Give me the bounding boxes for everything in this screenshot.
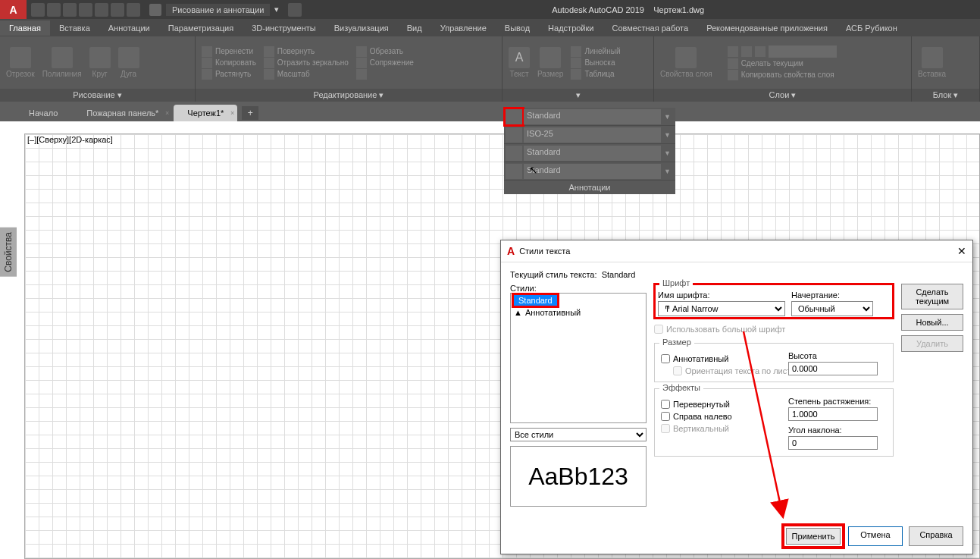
set-current-button[interactable]: Сделать текущим (901, 284, 963, 309)
tab-visualize[interactable]: Визуализация (325, 20, 398, 36)
backwards-checkbox[interactable] (661, 412, 670, 421)
text-tool[interactable]: AТекст (509, 47, 530, 78)
app-logo[interactable]: A (0, 0, 27, 19)
layer-properties-tool[interactable]: Свойства слоя (660, 47, 712, 78)
table-tool[interactable]: Таблица (571, 69, 620, 80)
new-icon[interactable] (31, 3, 45, 17)
bigfont-label: Использовать большой шрифт (666, 325, 785, 334)
tab-featured[interactable]: Рекомендованные приложения (697, 20, 837, 36)
help-button[interactable]: Справка (909, 526, 963, 546)
panel-annotation[interactable]: ▾ (503, 89, 653, 102)
copy-tool[interactable]: Копировать (202, 58, 256, 68)
style-item-standard[interactable]: Standard (514, 295, 557, 306)
panel-draw[interactable]: Рисование ▾ (0, 89, 195, 102)
doctab-start[interactable]: Начало (15, 105, 71, 121)
tab-view[interactable]: Вид (398, 20, 431, 36)
linear-dim-tool[interactable]: Линейный (571, 46, 620, 57)
doctab-drawing1[interactable]: Чертеж1*× (174, 105, 237, 121)
bigfont-checkbox (654, 325, 663, 334)
move-tool[interactable]: Перенести (202, 46, 256, 57)
table-style-icon[interactable] (506, 164, 522, 179)
height-input[interactable] (788, 362, 878, 375)
font-style-dropdown[interactable]: Обычный (791, 301, 873, 316)
close-dialog-button[interactable]: ✕ (957, 245, 966, 257)
flyout-title: Аннотации (504, 181, 675, 194)
undo-icon[interactable] (111, 3, 124, 17)
properties-panel-tab[interactable]: Свойства (0, 228, 17, 277)
tab-home[interactable]: Главная (0, 20, 50, 36)
dim-style-dropdown[interactable]: ISO-25 (524, 127, 661, 143)
styles-label: Стили: (510, 284, 647, 293)
current-style-label: Текущий стиль текста: (510, 270, 597, 279)
text-style-icon[interactable] (506, 109, 522, 124)
leader-tool[interactable]: Выноска (571, 58, 620, 68)
style-filter-dropdown[interactable]: Все стили (510, 428, 647, 441)
freeze-icon[interactable] (741, 46, 752, 57)
font-group-label: Шрифт (659, 278, 693, 287)
mleader-style-dropdown[interactable]: Standard (524, 146, 661, 161)
oblique-label: Угол наклона: (788, 426, 878, 435)
annotative-checkbox[interactable] (661, 354, 670, 363)
font-preview: AaBb123 (510, 446, 647, 507)
style-list[interactable]: Standard ▲Аннотативный (510, 293, 647, 423)
tab-addins[interactable]: Надстройки (539, 20, 603, 36)
width-factor-input[interactable] (788, 407, 878, 421)
text-style-dropdown[interactable]: Standard (524, 109, 661, 124)
workspace-dropdown[interactable]: Рисование и аннотации (166, 4, 270, 16)
redo-icon[interactable] (127, 3, 140, 17)
bulb-icon[interactable] (728, 46, 738, 57)
annotative-label: Аннотативный (673, 354, 728, 363)
arc-tool[interactable]: Дуга (118, 47, 139, 78)
fillet-tool[interactable]: Сопряжение (356, 58, 414, 68)
make-current-tool[interactable]: Сделать текущим (728, 58, 837, 69)
dimension-tool[interactable]: Размер (537, 47, 563, 78)
insert-block-tool[interactable]: Вставка (918, 47, 946, 78)
cancel-button[interactable]: Отмена (848, 526, 903, 546)
circle-tool[interactable]: Круг (89, 47, 111, 78)
table-style-dropdown[interactable]: Standard (524, 164, 661, 179)
close-icon[interactable]: × (230, 109, 234, 117)
apply-button[interactable]: Применить (786, 528, 841, 545)
add-tab-button[interactable]: + (242, 106, 258, 120)
tab-collab[interactable]: Совместная работа (603, 20, 697, 36)
mleader-style-icon[interactable] (506, 146, 522, 161)
stretch-tool[interactable]: Растянуть (202, 69, 256, 80)
tab-rubikon[interactable]: АСБ Рубикон (837, 20, 906, 36)
save-icon[interactable] (63, 3, 77, 17)
plot-icon[interactable] (95, 3, 108, 17)
upside-down-checkbox[interactable] (661, 400, 670, 409)
annotation-flyout: Standard▼ ISO-25▼ Standard▼ Standard▼ Ан… (504, 108, 675, 194)
dialog-title: Стили текста (519, 247, 570, 256)
mirror-tool[interactable]: Отразить зеркально (264, 58, 349, 68)
tab-output[interactable]: Вывод (496, 20, 539, 36)
copy-layer-props-tool[interactable]: Копировать свойства слоя (728, 70, 837, 80)
tab-3dtools[interactable]: 3D-инструменты (243, 20, 325, 36)
line-tool[interactable]: Отрезок (6, 47, 35, 78)
dim-style-icon[interactable] (506, 127, 522, 143)
viewport-label[interactable]: [–][Сверху][2D-каркас] (27, 135, 113, 144)
oblique-input[interactable] (788, 436, 878, 450)
polyline-tool[interactable]: Полилиния (42, 47, 82, 78)
lock-icon[interactable] (755, 46, 766, 57)
scale-tool[interactable]: Масштаб (264, 69, 349, 80)
rotate-tool[interactable]: Повернуть (264, 46, 349, 57)
app-title: Autodesk AutoCAD 2019 (552, 5, 644, 14)
font-name-dropdown[interactable]: ͳ Arial Narrow (658, 301, 785, 316)
panel-block[interactable]: Блок ▾ (912, 89, 979, 102)
doctab-fire[interactable]: Пожарная панель*× (73, 105, 172, 121)
style-item-annotative[interactable]: ▲Аннотативный (511, 307, 646, 318)
layer-dropdown[interactable] (769, 46, 837, 58)
new-style-button[interactable]: Новый... (901, 314, 963, 331)
panel-layers[interactable]: Слои ▾ (654, 89, 911, 102)
panel-edit[interactable]: Редактирование ▾ (196, 89, 502, 102)
tab-insert[interactable]: Вставка (50, 20, 99, 36)
open-icon[interactable] (47, 3, 61, 17)
saveas-icon[interactable] (79, 3, 92, 17)
grid-icon[interactable] (288, 3, 302, 17)
close-icon[interactable]: × (165, 109, 169, 117)
trim-tool[interactable]: Обрезать (356, 46, 414, 57)
tab-manage[interactable]: Управление (431, 20, 496, 36)
tab-annotate[interactable]: Аннотации (99, 20, 159, 36)
tab-parametric[interactable]: Параметризация (159, 20, 243, 36)
gear-icon[interactable] (149, 4, 161, 16)
